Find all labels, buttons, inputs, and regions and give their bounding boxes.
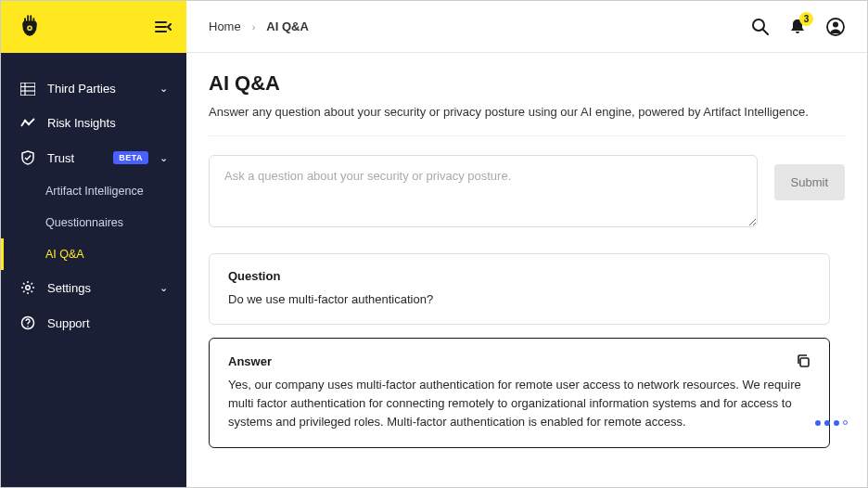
chevron-down-icon: ⌄: [160, 282, 168, 294]
svg-point-11: [26, 286, 30, 289]
sidebar-item-label: Third Parties: [47, 82, 148, 96]
profile-button[interactable]: [826, 18, 845, 36]
shield-icon: [19, 150, 36, 165]
svg-rect-26: [800, 358, 809, 366]
dot-icon: [815, 420, 821, 426]
topbar-actions: 3: [751, 18, 845, 36]
main: Home › AI Q&A 3 AI Q&A Answer any questi…: [186, 1, 867, 487]
sidebar-collapse-button[interactable]: [155, 20, 172, 33]
sidebar: Third Parties ⌄ Risk Insights Trust BETA…: [1, 1, 186, 487]
sidebar-nav: Third Parties ⌄ Risk Insights Trust BETA…: [1, 53, 186, 340]
sidebar-item-risk-insights[interactable]: Risk Insights: [1, 106, 186, 140]
ask-row: Submit: [209, 155, 845, 227]
dot-icon: [824, 420, 830, 426]
breadcrumb-current: AI Q&A: [266, 19, 309, 33]
notifications-button[interactable]: 3: [789, 18, 806, 35]
sidebar-item-third-parties[interactable]: Third Parties ⌄: [1, 71, 186, 106]
sidebar-subitem-artifact-intelligence[interactable]: Artifact Intelligence: [1, 175, 186, 207]
breadcrumb-separator: ›: [252, 21, 256, 32]
gear-icon: [19, 280, 36, 295]
svg-point-10: [28, 122, 31, 125]
sidebar-item-label: Risk Insights: [47, 116, 168, 130]
answer-text: Yes, our company uses multi-factor authe…: [228, 376, 811, 431]
svg-line-17: [32, 291, 33, 293]
sidebar-item-trust[interactable]: Trust BETA ⌄: [1, 140, 186, 175]
answer-card-title: Answer: [228, 354, 272, 368]
svg-point-1: [29, 27, 32, 30]
sidebar-subitem-ai-qa[interactable]: AI Q&A: [1, 238, 186, 270]
question-card-title: Question: [228, 269, 280, 283]
qa-section: Question Do we use multi-factor authenti…: [209, 253, 845, 448]
svg-line-23: [763, 30, 768, 34]
breadcrumb: Home › AI Q&A: [209, 19, 309, 33]
chevron-down-icon: ⌄: [160, 152, 168, 164]
dot-icon: [834, 420, 839, 426]
question-text: Do we use multi-factor authentication?: [228, 290, 811, 309]
list-icon: [19, 83, 36, 96]
question-input[interactable]: [209, 155, 758, 227]
topbar: Home › AI Q&A 3: [186, 1, 867, 53]
svg-point-9: [24, 119, 27, 122]
svg-line-19: [32, 283, 33, 285]
sidebar-item-label: Support: [47, 316, 168, 330]
sidebar-subitem-questionnaires[interactable]: Questionnaires: [1, 207, 186, 238]
svg-line-18: [23, 291, 25, 293]
beta-badge: BETA: [113, 151, 148, 164]
notification-count-badge: 3: [799, 12, 813, 26]
submit-button[interactable]: Submit: [774, 164, 845, 200]
dot-icon: [843, 420, 848, 425]
svg-rect-5: [20, 83, 35, 96]
sidebar-item-label: Trust: [47, 151, 102, 165]
help-icon: [19, 315, 36, 330]
breadcrumb-home[interactable]: Home: [209, 19, 241, 33]
question-card: Question Do we use multi-factor authenti…: [209, 253, 830, 325]
sidebar-header: [1, 1, 186, 53]
svg-point-21: [27, 326, 29, 327]
search-button[interactable]: [751, 18, 769, 35]
trust-submenu: Artifact Intelligence Questionnaires AI …: [1, 175, 186, 270]
svg-point-22: [753, 19, 764, 31]
page-description: Answer any question about your security …: [209, 105, 845, 136]
answer-card: Answer Yes, our company uses multi-facto…: [209, 338, 830, 447]
page-title: AI Q&A: [209, 71, 845, 96]
sidebar-item-label: Settings: [47, 281, 148, 295]
content: AI Q&A Answer any question about your se…: [186, 53, 867, 487]
logo-icon: [16, 13, 44, 41]
chevron-down-icon: ⌄: [160, 83, 168, 95]
copy-button[interactable]: [796, 353, 811, 368]
svg-line-16: [23, 283, 25, 285]
svg-point-25: [833, 21, 838, 27]
chart-icon: [19, 117, 36, 130]
sidebar-item-settings[interactable]: Settings ⌄: [1, 270, 186, 305]
sidebar-item-support[interactable]: Support: [1, 305, 186, 340]
loading-indicator: [815, 420, 848, 426]
